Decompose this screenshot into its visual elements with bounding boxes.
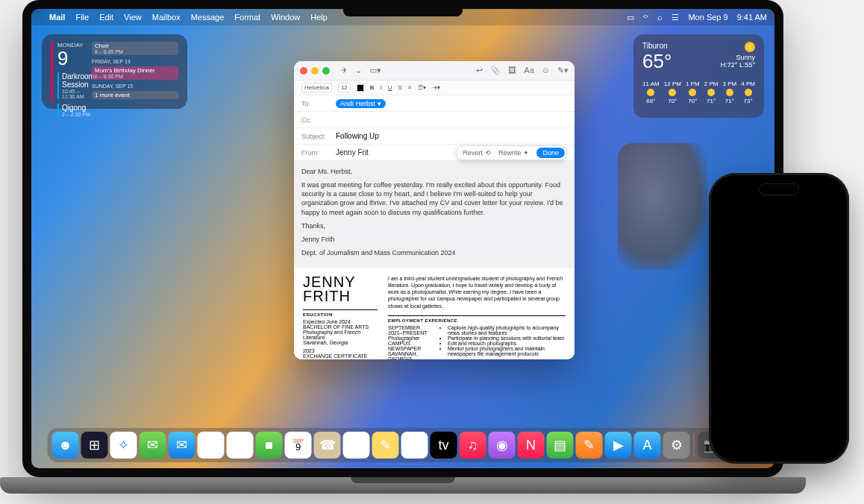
dock-safari[interactable]: ✧ — [110, 432, 137, 459]
spotlight-icon[interactable]: ⌕ — [657, 13, 663, 22]
control-center-icon[interactable]: ☰ — [672, 13, 679, 22]
cal-day-number: 9 — [57, 48, 92, 68]
dock-photos[interactable]: ✿ — [227, 432, 254, 459]
message-body[interactable]: Dear Ms. Herbst, It was great meeting fo… — [294, 161, 575, 268]
cal-day-label: MONDAY — [57, 42, 92, 48]
reply-icon[interactable]: ↩︎ — [476, 66, 483, 75]
signature-name: Jenny Frith — [301, 235, 567, 244]
resume-emp-header: EMPLOYMENT EXPERIENCE — [388, 315, 566, 323]
from-field[interactable]: From: Jenny Frith Revert ⟲ Rewrite ✦ Don… — [294, 145, 575, 161]
menu-format[interactable]: Format — [234, 13, 260, 22]
dock-music[interactable]: ♫ — [460, 432, 486, 459]
dock-calendar[interactable]: SEP9 — [285, 432, 312, 459]
dock-freeform[interactable]: ✐ — [401, 432, 428, 459]
dock-settings[interactable]: ⚙ — [663, 432, 690, 459]
format-icon[interactable]: Aa — [524, 66, 533, 75]
dock-mail[interactable]: ✉ — [169, 432, 195, 459]
bold-button[interactable]: B — [370, 84, 375, 91]
dynamic-island — [759, 183, 799, 195]
close-button[interactable] — [300, 67, 307, 75]
dock-news[interactable]: N — [518, 432, 545, 459]
menu-file[interactable]: File — [75, 13, 89, 22]
battery-icon[interactable]: ▭ — [627, 13, 634, 22]
menubar-date[interactable]: Mon Sep 9 — [688, 13, 727, 22]
header-fields-icon[interactable]: ▭▾ — [369, 66, 381, 75]
dock-notes[interactable]: ✎ — [372, 432, 399, 459]
align-button[interactable]: ≡ — [408, 84, 412, 91]
subject-label: Subject: — [301, 133, 331, 140]
app-menu[interactable]: Mail — [49, 13, 65, 22]
cal-event-title: Qigong — [62, 104, 92, 112]
dock-appstore[interactable]: A — [634, 432, 661, 459]
dock-launchpad[interactable]: ⊞ — [81, 432, 108, 459]
cc-label: Cc: — [301, 116, 331, 124]
photo-icon[interactable]: 🖼 — [508, 66, 516, 75]
dock-pages[interactable]: ✎ — [576, 432, 603, 459]
dock-numbers[interactable]: ▤ — [547, 432, 574, 459]
wallpaper-photo — [618, 143, 707, 270]
wifi-icon[interactable]: ⌔ — [643, 13, 648, 22]
menu-view[interactable]: View — [124, 13, 142, 22]
cal-day-header: FRIDAY, SEP 13 — [92, 59, 178, 64]
emoji-icon[interactable]: ☺ — [542, 66, 550, 75]
cc-field[interactable]: Cc: — [294, 112, 575, 128]
dock-keynote[interactable]: ▶ — [605, 432, 632, 459]
resume-name: JENNY FRITH — [303, 275, 378, 303]
dock-messages[interactable]: ✉ — [140, 432, 166, 459]
desktop: Mail File Edit View Mailbox Message Form… — [31, 9, 774, 468]
done-button[interactable]: Done — [536, 148, 565, 158]
weather-hourly: 11 AM68° 12 PM70° 1 PM70° 2 PM71° 3 PM71… — [642, 81, 755, 104]
to-label: To: — [301, 100, 331, 107]
menu-window[interactable]: Window — [271, 13, 300, 22]
to-field[interactable]: To: Andi Herbst ▾ — [294, 95, 575, 112]
font-size-picker[interactable]: 12 — [338, 83, 351, 92]
menu-help[interactable]: Help — [310, 13, 328, 22]
format-toolbar: Helvetica 12 B I U S ≡ ☰▾ ⇥▾ — [294, 81, 575, 95]
cal-event-time: 2 – 2:30 PM — [62, 112, 92, 117]
dock-finder[interactable]: ☻ — [52, 432, 79, 459]
menubar-time[interactable]: 9:41 AM — [737, 13, 767, 22]
resume-bullets: Capture high-quality photographs to acco… — [440, 325, 566, 359]
weather-temp: 65° — [642, 50, 672, 73]
dock-podcasts[interactable]: ◉ — [489, 432, 516, 459]
resume-intro: I am a third-year student undergraduate … — [388, 275, 566, 309]
dock-reminders[interactable]: ☑ — [343, 432, 370, 459]
signature-dept: Dept. of Journalism and Mass Communicati… — [301, 248, 567, 257]
strike-button[interactable]: S — [398, 84, 402, 91]
menu-message[interactable]: Message — [191, 13, 225, 22]
menu-mailbox[interactable]: Mailbox — [152, 13, 181, 22]
weather-condition: Sunny — [721, 54, 755, 61]
revert-button[interactable]: Revert ⟲ — [463, 149, 491, 157]
dock-maps[interactable]: ➤ — [198, 432, 225, 459]
dock-tv[interactable]: tv — [431, 432, 457, 459]
resume-edu-header: EDUCATION — [303, 309, 378, 317]
weather-city: Tiburon — [642, 42, 672, 50]
text-color-picker[interactable] — [357, 84, 364, 92]
send-icon[interactable]: ✈︎ — [341, 66, 348, 75]
font-picker[interactable]: Helvetica — [301, 83, 332, 92]
recipient-chip[interactable]: Andi Herbst ▾ — [336, 99, 386, 108]
from-value: Jenny Frith — [336, 148, 369, 157]
dock-facetime[interactable]: ■ — [256, 432, 283, 459]
attach-icon[interactable]: 📎 — [490, 66, 501, 75]
from-label: From: — [301, 149, 331, 157]
underline-button[interactable]: U — [388, 84, 392, 91]
subject-field[interactable]: Subject: Following Up — [294, 128, 575, 145]
mail-compose-window: ✈︎ ⌄ ▭▾ ↩︎ 📎 🖼 Aa ☺ ✎▾ Helvetica — [294, 61, 575, 359]
minimize-button[interactable] — [311, 67, 319, 75]
indent-button[interactable]: ⇥▾ — [432, 84, 440, 91]
calendar-widget[interactable]: MONDAY 9 Darkroom Session 10:45 – 11:30 … — [42, 34, 187, 109]
zoom-button[interactable] — [322, 67, 330, 75]
rewrite-button[interactable]: Rewrite ✦ — [498, 149, 530, 157]
writing-tools-toolbar: Revert ⟲ Rewrite ✦ Done — [456, 145, 567, 160]
weather-widget[interactable]: Tiburon 65° Sunny H:72° L:55° 11 AM68° 1… — [633, 34, 764, 118]
markup-icon[interactable]: ✎▾ — [557, 66, 569, 75]
cal-event: Mom's Birthday Dinner 6 – 8:30 PM — [92, 66, 178, 80]
italic-button[interactable]: I — [381, 84, 382, 91]
dock-separator — [694, 433, 695, 457]
dock-contacts[interactable]: ☎ — [314, 432, 341, 459]
compose-titlebar[interactable]: ✈︎ ⌄ ▭▾ ↩︎ 📎 🖼 Aa ☺ ✎▾ — [294, 61, 575, 81]
list-button[interactable]: ☰▾ — [418, 84, 426, 91]
menu-edit[interactable]: Edit — [99, 13, 113, 22]
chevron-down-icon[interactable]: ⌄ — [355, 66, 362, 75]
